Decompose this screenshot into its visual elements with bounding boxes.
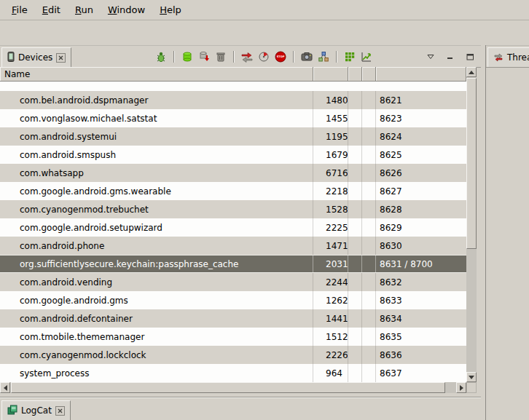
- table-row[interactable]: com.android.phone14718630: [0, 237, 466, 255]
- process-cell-blank: [362, 237, 376, 255]
- view-menu-icon[interactable]: [424, 50, 437, 63]
- process-port: 8628: [376, 200, 466, 218]
- view-hierarchy-icon[interactable]: [317, 50, 330, 63]
- threads-tabbar: Threads: [486, 45, 529, 68]
- method-profiling-icon[interactable]: [257, 50, 270, 63]
- table-row[interactable]: com.tmobile.thememanager15128635: [0, 328, 466, 346]
- menu-help[interactable]: Help: [152, 1, 189, 18]
- tab-logcat[interactable]: LogCat: [1, 400, 71, 420]
- process-port: 8626: [376, 164, 466, 182]
- table-row[interactable]: system_process9648637: [0, 364, 466, 382]
- ddms-window: FileEditRunWindowHelp Devices: [0, 0, 529, 420]
- process-name: com.android.smspush: [0, 146, 313, 164]
- column-header-port[interactable]: [376, 67, 466, 81]
- menu-run[interactable]: Run: [68, 1, 101, 18]
- table-row[interactable]: com.whatsapp67168626: [0, 164, 466, 182]
- process-cell-blank: [362, 255, 376, 272]
- process-pid: 1471: [313, 237, 348, 255]
- table-row-partial: [0, 82, 466, 91]
- column-header-pid[interactable]: [313, 67, 348, 81]
- table-row[interactable]: com.android.smspush16798625: [0, 146, 466, 164]
- table-row[interactable]: com.cyanogenmod.trebuchet15288628: [0, 200, 466, 218]
- arrow-left-icon: [4, 385, 7, 391]
- process-pid: 6716: [313, 164, 348, 182]
- cause-gc-icon[interactable]: [214, 50, 227, 63]
- table-row[interactable]: com.google.android.gms.wearable221858627: [0, 182, 466, 200]
- menu-window[interactable]: Window: [101, 1, 152, 18]
- process-pid: 1528: [313, 200, 348, 218]
- minimize-icon[interactable]: [444, 50, 457, 63]
- process-cell-blank: [362, 182, 376, 200]
- table-row[interactable]: com.google.android.gms126238633: [0, 291, 466, 309]
- table-row[interactable]: org.sufficientlysecure.keychain:passphra…: [0, 255, 466, 273]
- process-port: 8629: [376, 218, 466, 237]
- close-icon[interactable]: [55, 406, 65, 416]
- process-pid: 12623: [313, 291, 348, 309]
- vertical-scrollbar[interactable]: [466, 67, 477, 382]
- process-port: 8632: [376, 273, 466, 291]
- process-port: 8634: [376, 309, 466, 328]
- process-port: 8635: [376, 328, 466, 346]
- debug-icon[interactable]: [154, 50, 168, 63]
- process-port: 8636: [376, 346, 466, 364]
- table-row[interactable]: com.android.defcontainer144118634: [0, 309, 466, 328]
- scroll-down-button[interactable]: [466, 372, 477, 382]
- dump-hprof-icon[interactable]: [197, 50, 211, 63]
- process-name: com.google.android.gms.wearable: [0, 182, 313, 200]
- process-port: 8624: [376, 127, 466, 146]
- column-header-blank[interactable]: [362, 67, 376, 81]
- maximize-icon[interactable]: [463, 50, 477, 63]
- process-name: com.vonglasow.michael.satstat: [0, 109, 313, 127]
- process-cell-blank: [362, 328, 376, 346]
- screen-capture-icon[interactable]: [300, 50, 313, 63]
- toolbar-separator: [233, 51, 235, 63]
- column-header-blank[interactable]: [348, 67, 362, 81]
- update-heap-icon[interactable]: [181, 50, 194, 63]
- column-header-name[interactable]: Name: [0, 67, 313, 81]
- update-threads-icon[interactable]: [240, 50, 254, 63]
- process-cell-blank: [362, 164, 376, 182]
- allocation-tracker-icon[interactable]: [360, 50, 373, 63]
- table-row[interactable]: com.google.android.setupwizard222508629: [0, 218, 466, 237]
- table-row[interactable]: com.android.systemui11958624: [0, 127, 466, 146]
- process-pid: 20311: [313, 255, 348, 272]
- process-cell-blank: [348, 164, 362, 182]
- scroll-left-button[interactable]: [0, 382, 10, 393]
- process-pid: 22440: [313, 273, 348, 291]
- process-port: 8630: [376, 237, 466, 255]
- arrow-right-icon: [460, 385, 463, 391]
- native-heap-icon[interactable]: [343, 50, 356, 63]
- tab-threads[interactable]: Threads: [487, 47, 529, 67]
- horizontal-scroll-thumb[interactable]: [11, 382, 445, 393]
- horizontal-scrollbar[interactable]: [0, 382, 466, 393]
- process-cell-blank: [348, 237, 362, 255]
- scroll-right-button[interactable]: [456, 382, 466, 393]
- process-cell-blank: [348, 218, 362, 237]
- process-pid: 964: [313, 364, 348, 382]
- process-name: com.cyanogenmod.trebuchet: [0, 200, 313, 218]
- table-row[interactable]: com.bel.android.dspmanager14808621: [0, 91, 466, 109]
- scroll-up-button[interactable]: [466, 67, 477, 77]
- table-row[interactable]: com.android.vending224408632: [0, 273, 466, 291]
- process-pid: 14553: [313, 109, 348, 127]
- menu-edit[interactable]: Edit: [35, 1, 68, 18]
- stop-process-icon[interactable]: STOP: [274, 50, 287, 63]
- process-cell-blank: [362, 364, 376, 382]
- process-cell-blank: [348, 109, 362, 127]
- process-cell-blank: [362, 91, 376, 109]
- process-cell-blank: [348, 182, 362, 200]
- process-pid: 1512: [313, 328, 348, 346]
- close-icon[interactable]: [56, 53, 66, 63]
- process-cell-blank: [348, 291, 362, 309]
- table-header: Name: [0, 67, 466, 82]
- vertical-scroll-thumb[interactable]: [466, 78, 477, 249]
- tab-devices[interactable]: Devices: [1, 47, 71, 67]
- table-row[interactable]: com.cyanogenmod.lockclock222658636: [0, 346, 466, 364]
- devices-tabbar: Devices: [0, 45, 481, 68]
- devices-tab-label: Devices: [18, 52, 52, 63]
- process-cell-blank: [362, 273, 376, 291]
- menu-file[interactable]: File: [4, 1, 35, 18]
- table-row[interactable]: com.vonglasow.michael.satstat145538623: [0, 109, 466, 127]
- threads-icon: [493, 52, 503, 64]
- process-name: com.android.defcontainer: [0, 309, 313, 328]
